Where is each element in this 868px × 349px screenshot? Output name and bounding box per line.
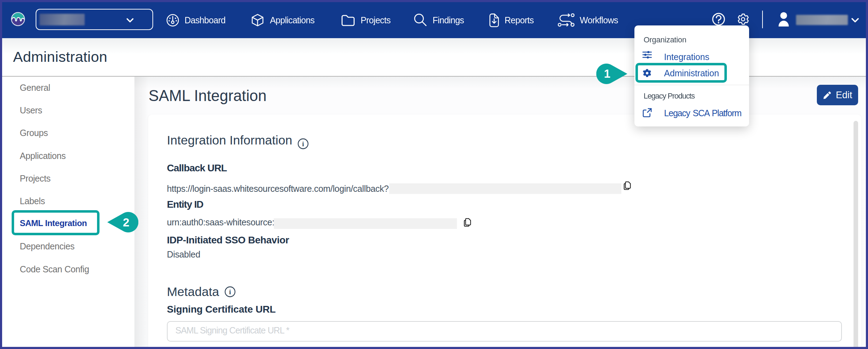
svg-text:i: i bbox=[302, 140, 304, 148]
svg-text:1: 1 bbox=[604, 67, 610, 80]
svg-text:i: i bbox=[229, 288, 231, 296]
svg-text:2: 2 bbox=[123, 216, 129, 229]
